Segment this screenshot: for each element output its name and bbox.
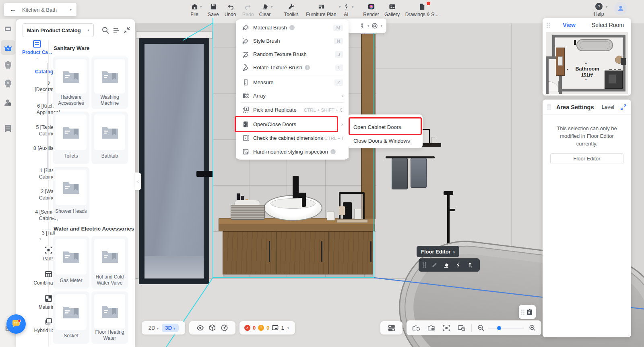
tab-select-room[interactable]: Select Room [588, 22, 627, 28]
catalog-tile-hot-cold-valve[interactable]: Hot and Cold Water Valve [91, 236, 128, 289]
filter-icon[interactable] [113, 27, 120, 34]
menu-item-array[interactable]: Array › [236, 89, 349, 102]
brand-badge-icon-2[interactable]: V [4, 79, 12, 90]
tab-level[interactable]: Level [602, 104, 614, 110]
drawings-button[interactable]: Drawings & S... [406, 3, 438, 17]
issue-status-group[interactable]: × 0 ! 0 1 ▾ [239, 321, 295, 335]
menu-item-pick-and-replicate[interactable]: Pick and Replicate CTRL + SHIFT + C [236, 103, 349, 116]
file-caret[interactable]: ▾ [200, 5, 202, 9]
gallery-button[interactable]: Gallery [381, 3, 403, 17]
walkthrough-toolbar: ▾ ▾ [342, 19, 386, 33]
collapse-panel-icon[interactable] [123, 27, 130, 34]
chevron-right-icon: › [453, 249, 455, 255]
cabinet-library-icon[interactable] [3, 123, 13, 135]
drag-handle-icon[interactable] [547, 23, 550, 28]
warning-icon: ! [258, 325, 264, 331]
menu-item-hard-mounted-inspection[interactable]: Hard-mounted styling inspectioni [236, 145, 349, 158]
render-button[interactable]: Render [360, 3, 382, 17]
menu-item-open-close-doors[interactable]: Open/Close Doors › [236, 117, 349, 131]
door-pull [370, 241, 372, 262]
help-caret[interactable]: ▾ [606, 5, 608, 9]
search-icon[interactable] [101, 26, 109, 34]
designer-icon[interactable] [3, 98, 13, 109]
submenu-item-close-doors-windows[interactable]: Close Doors & Windows [348, 134, 423, 148]
eraser-icon[interactable] [443, 262, 450, 268]
divider [471, 324, 472, 332]
cube-view-icon[interactable] [208, 324, 216, 332]
tab-product-catalog[interactable]: Product Ca... ▴ [26, 39, 48, 60]
catalog-tile-gas-meter[interactable]: Gas Meter [53, 236, 89, 289]
brand-badge-icon[interactable]: V [4, 60, 12, 72]
raise-arrow-icon[interactable] [467, 262, 473, 268]
camera-zoom-group [407, 320, 541, 335]
zoom-out-icon[interactable] [477, 324, 484, 332]
shortcut: L [335, 64, 343, 71]
visibility-eye-icon[interactable] [196, 324, 204, 332]
vanity-cabinet[interactable] [219, 218, 375, 278]
shower-door[interactable] [139, 38, 209, 284]
focus-target-icon[interactable] [443, 324, 450, 332]
ai-button[interactable]: AI [335, 3, 357, 17]
menu-item-random-texture-brush[interactable]: Random Texture Brush J [236, 48, 349, 61]
floor-editor-button[interactable]: Floor Editor [550, 153, 623, 164]
catalog-tile-shower-heads[interactable]: Shower Heads [53, 167, 89, 219]
catalog-tile-bathtub[interactable]: Bathtub [91, 112, 128, 164]
warning-count: 0 [266, 325, 269, 331]
performance-gauge-icon[interactable] [221, 324, 228, 332]
expand-panel-icon[interactable] [621, 104, 626, 110]
svg-text:V: V [7, 48, 9, 50]
vip-catalog-icon[interactable]: V [3, 43, 13, 54]
catalog-tile-washing-machine[interactable]: Washing Machine [91, 56, 128, 109]
catalog-source-select[interactable]: Main Product Catalog ▾ [23, 23, 94, 37]
pencil-icon[interactable] [431, 262, 438, 268]
catalog-tile-floor-heating[interactable]: Floor Heating Water [91, 291, 128, 344]
status-caret[interactable]: ▾ [287, 326, 289, 330]
furniture-plan-button[interactable]: Furniture Plan [304, 3, 339, 17]
menu-item-style-brush[interactable]: Style Brush N [236, 34, 349, 48]
left-icon-rail: V V V [0, 19, 16, 347]
tab-view[interactable]: View [550, 22, 588, 28]
toggles-button[interactable] [380, 321, 402, 335]
zoom-slider[interactable] [488, 328, 524, 328]
ai-caret[interactable]: ▾ [352, 5, 354, 9]
orbit-caret[interactable]: ▾ [380, 24, 382, 28]
drag-handle-icon[interactable] [423, 262, 426, 268]
floor-editor-float-button[interactable]: Floor Editor› [417, 246, 459, 257]
camera-settings-icon[interactable] [427, 324, 436, 332]
zoom-region-icon[interactable] [458, 324, 466, 332]
floorplan-minimap[interactable]: Bathroom 151ft² ◂ ▴ ▾ [546, 32, 628, 94]
menu-item-measure[interactable]: Measure Z [236, 76, 349, 89]
orbit-icon[interactable] [372, 23, 378, 29]
zoom-slider-thumb[interactable] [497, 326, 501, 330]
menu-item-check-cabinet-dimensions[interactable]: Check the cabinet dimensions CTRL + I [236, 131, 349, 145]
walk-caret[interactable]: ▾ [367, 24, 369, 28]
camera-select-icon[interactable] [412, 324, 420, 332]
panel-collapse-tab[interactable]: ‹ [135, 172, 141, 190]
category-scroll-caret[interactable]: ▾ [37, 237, 43, 241]
catalog-tile-toilets[interactable]: Toilets [53, 112, 89, 164]
drag-handle-icon[interactable] [547, 104, 551, 110]
menu-item-rotate-texture-brush[interactable]: Rotate Texture Brushi L [236, 61, 349, 74]
zoom-in-icon[interactable] [529, 324, 536, 332]
chat-support-button[interactable] [6, 314, 26, 334]
menu-item-material-brush[interactable]: Material Brushi M [236, 21, 349, 34]
mode-3d-button[interactable]: 3D ▾ [162, 324, 179, 332]
toolkit-button[interactable]: Toolkit [280, 3, 302, 17]
avatar[interactable] [614, 2, 627, 15]
category-scrollbar[interactable] [47, 63, 48, 172]
drag-handle-icon[interactable] [521, 310, 524, 315]
folder-icon [62, 305, 80, 319]
lightning-swap-icon[interactable] [455, 262, 461, 268]
clipboard-icon[interactable] [526, 308, 533, 316]
catalog-tile-socket[interactable]: Socket [53, 291, 89, 344]
catalog-tile-hardware-accessories[interactable]: Hardware Accessories [53, 56, 89, 109]
walk-icon[interactable] [359, 23, 365, 29]
clipboard-mini-panel [519, 305, 536, 319]
submenu-item-open-cabinet-doors[interactable]: Open Cabinet Doors [348, 120, 423, 134]
mode-2d-button[interactable]: 2D ▾ [148, 325, 159, 331]
shortcut: CTRL + I [324, 136, 343, 141]
pick-replicate-icon [242, 106, 249, 113]
furniture-library-icon[interactable] [3, 24, 13, 35]
clear-caret[interactable]: ▾ [271, 5, 273, 9]
vanity-doors [223, 231, 373, 274]
